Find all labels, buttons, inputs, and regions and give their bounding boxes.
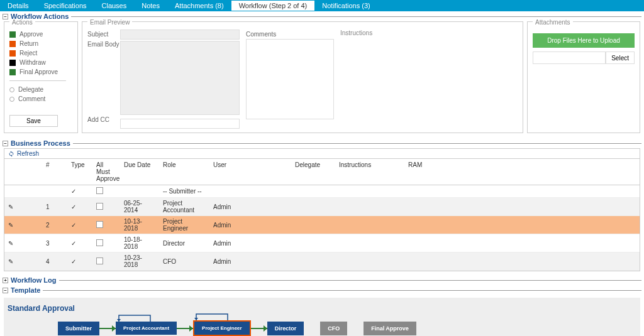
actions-panel: Actions Approve Return Reject Withdraw F… bbox=[4, 21, 78, 133]
checkbox[interactable] bbox=[96, 239, 103, 246]
action-final-approve[interactable]: Final Approve bbox=[9, 67, 72, 77]
subject-label: Subject bbox=[87, 30, 120, 40]
node-submitter[interactable]: Submitter bbox=[58, 322, 99, 335]
node-director[interactable]: Director bbox=[267, 322, 304, 335]
collapse-icon[interactable]: − bbox=[3, 14, 8, 19]
edit-icon[interactable]: ✎ bbox=[8, 203, 13, 210]
node-project-engineer[interactable]: Project Engineer bbox=[193, 320, 251, 336]
table-row[interactable]: ✓-- Submitter -- bbox=[4, 185, 640, 198]
check-icon: ✓ bbox=[71, 258, 76, 265]
drop-files-button[interactable]: Drop Files Here to Upload bbox=[533, 33, 635, 48]
checkbox[interactable] bbox=[96, 203, 103, 210]
action-withdraw[interactable]: Withdraw bbox=[9, 58, 72, 67]
tab-details[interactable]: Details bbox=[0, 1, 36, 11]
save-button[interactable]: Save bbox=[9, 115, 58, 127]
tab-bar: Details Specifications Clauses Notes Att… bbox=[0, 0, 644, 11]
template-title: Standard Approval bbox=[8, 304, 636, 313]
workflow-diagram: Standard Approval Roles Names Submitter … bbox=[4, 298, 640, 336]
table-row[interactable]: ✎3✓10-18-2018DirectorAdmin bbox=[4, 234, 640, 252]
action-delegate[interactable]: Delegate bbox=[9, 85, 72, 94]
checkbox[interactable] bbox=[96, 221, 103, 228]
expand-icon[interactable]: + bbox=[3, 278, 8, 283]
edit-icon[interactable]: ✎ bbox=[8, 222, 13, 229]
section-header-log: + Workflow Log bbox=[0, 275, 644, 285]
select-file-button[interactable]: Select bbox=[606, 51, 635, 64]
node-cfo[interactable]: CFO bbox=[320, 322, 347, 335]
action-reject[interactable]: Reject bbox=[9, 48, 72, 58]
refresh-button[interactable]: Refresh bbox=[4, 148, 640, 159]
tab-specifications[interactable]: Specifications bbox=[36, 1, 94, 11]
attachment-path-input[interactable] bbox=[533, 51, 606, 64]
body-label: Email Body bbox=[87, 40, 120, 115]
action-comment[interactable]: Comment bbox=[9, 94, 72, 104]
check-icon: ✓ bbox=[71, 222, 76, 229]
refresh-label: Refresh bbox=[17, 150, 39, 157]
comments-input[interactable] bbox=[246, 39, 334, 119]
panel-title-preview: Email Preview bbox=[87, 19, 132, 26]
comments-label: Comments bbox=[246, 30, 334, 38]
node-project-accountant[interactable]: Project Accountant bbox=[116, 322, 177, 335]
panel-title-actions: Actions bbox=[9, 19, 35, 26]
section-title: Workflow Log bbox=[11, 276, 57, 284]
check-icon: ✓ bbox=[71, 203, 76, 210]
table-row[interactable]: ✎4✓10-23-2018CFOAdmin bbox=[4, 252, 640, 271]
cc-label: Add CC bbox=[87, 115, 120, 129]
grid-header-row: # Type All Must Approve Due Date Role Us… bbox=[4, 159, 640, 185]
cc-input[interactable] bbox=[120, 119, 240, 129]
node-final-approve[interactable]: Final Approve bbox=[364, 322, 416, 335]
action-return[interactable]: Return bbox=[9, 39, 72, 48]
edit-icon[interactable]: ✎ bbox=[8, 258, 13, 265]
email-body-input[interactable] bbox=[120, 41, 240, 115]
section-title: Template bbox=[11, 286, 40, 294]
email-preview-panel: Email Preview Subject Email Body Add CC … bbox=[82, 21, 523, 133]
check-icon: ✓ bbox=[71, 188, 76, 195]
tab-clauses[interactable]: Clauses bbox=[94, 1, 135, 11]
checkbox[interactable] bbox=[96, 257, 103, 264]
subject-input[interactable] bbox=[120, 30, 240, 40]
section-header-template: − Template bbox=[0, 285, 644, 295]
attachments-panel: Attachments Drop Files Here to Upload Se… bbox=[527, 21, 640, 133]
table-row[interactable]: ✎1✓06-25-2014Project AccountantAdmin bbox=[4, 198, 640, 216]
tab-notes[interactable]: Notes bbox=[134, 1, 167, 11]
action-approve[interactable]: Approve bbox=[9, 30, 72, 39]
loop-arrow-icon bbox=[193, 312, 231, 320]
panel-title-attachments: Attachments bbox=[533, 19, 573, 26]
section-header-business: − Business Process bbox=[0, 138, 644, 148]
refresh-icon bbox=[8, 151, 14, 157]
check-icon: ✓ bbox=[71, 240, 76, 247]
checkbox[interactable] bbox=[96, 187, 103, 194]
tab-workflow[interactable]: Workflow (Step 2 of 4) bbox=[231, 1, 315, 11]
loop-arrow-icon bbox=[116, 313, 153, 322]
tab-notifications[interactable]: Notifications (3) bbox=[314, 1, 377, 11]
table-row[interactable]: ✎2✓10-13-2018Project EngineerAdmin bbox=[4, 216, 640, 234]
tab-attachments[interactable]: Attachments (8) bbox=[167, 1, 231, 11]
section-title: Business Process bbox=[11, 139, 70, 147]
edit-icon[interactable]: ✎ bbox=[8, 240, 13, 247]
collapse-icon[interactable]: − bbox=[3, 288, 8, 293]
workflow-grid: # Type All Must Approve Due Date Role Us… bbox=[4, 159, 640, 271]
instructions-label: Instructions bbox=[340, 30, 416, 129]
collapse-icon[interactable]: − bbox=[3, 141, 8, 146]
